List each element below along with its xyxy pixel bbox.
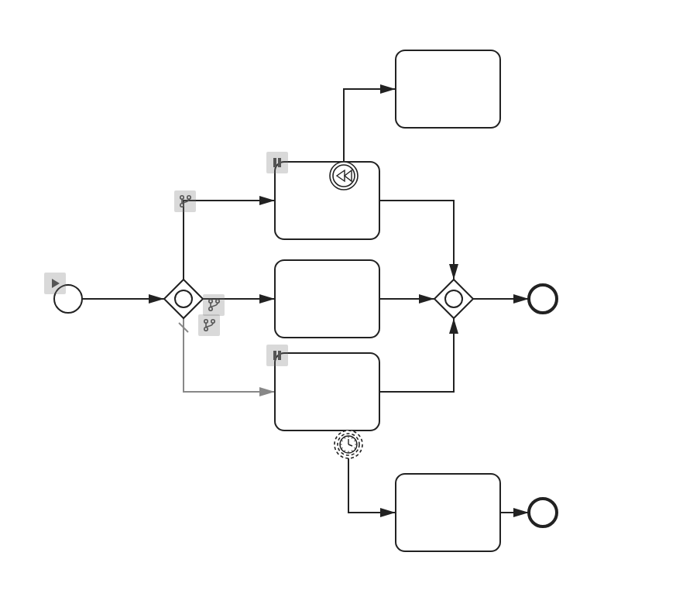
debug-marker[interactable] <box>198 314 220 336</box>
pause-icon <box>278 158 281 167</box>
task-top-right[interactable] <box>396 50 500 128</box>
pause-icon <box>273 158 276 167</box>
task-bottom-right[interactable] <box>396 474 500 551</box>
task-mid[interactable] <box>275 260 379 338</box>
debug-marker[interactable] <box>174 190 196 212</box>
debug-marker[interactable] <box>44 273 66 294</box>
svg-rect-21 <box>198 314 220 336</box>
svg-rect-15 <box>174 190 196 212</box>
debug-marker[interactable] <box>203 294 225 316</box>
end-event[interactable] <box>529 285 557 313</box>
flow-timer-task-bottomright[interactable] <box>348 458 396 513</box>
gateway-inclusive-1[interactable] <box>164 280 203 318</box>
flow-gw1-task-bot[interactable] <box>184 318 275 392</box>
bpmn-canvas[interactable] <box>0 0 700 614</box>
flow-task-top-gw2[interactable] <box>379 201 454 280</box>
flow-gw1-task-top[interactable] <box>184 201 275 280</box>
debug-marker[interactable] <box>266 152 288 173</box>
task-bot[interactable] <box>275 353 379 430</box>
pause-icon <box>273 351 276 360</box>
pause-icon <box>278 351 281 360</box>
debug-marker[interactable] <box>266 345 288 366</box>
end-event-2[interactable] <box>529 499 557 527</box>
svg-rect-18 <box>203 294 225 316</box>
svg-rect-24 <box>266 152 288 173</box>
flow-compensation-task-topright[interactable] <box>344 89 396 162</box>
flow-task-bot-gw2[interactable] <box>379 318 454 392</box>
task-top[interactable] <box>275 162 379 239</box>
gateway-inclusive-2[interactable] <box>434 280 473 318</box>
svg-rect-25 <box>266 345 288 366</box>
